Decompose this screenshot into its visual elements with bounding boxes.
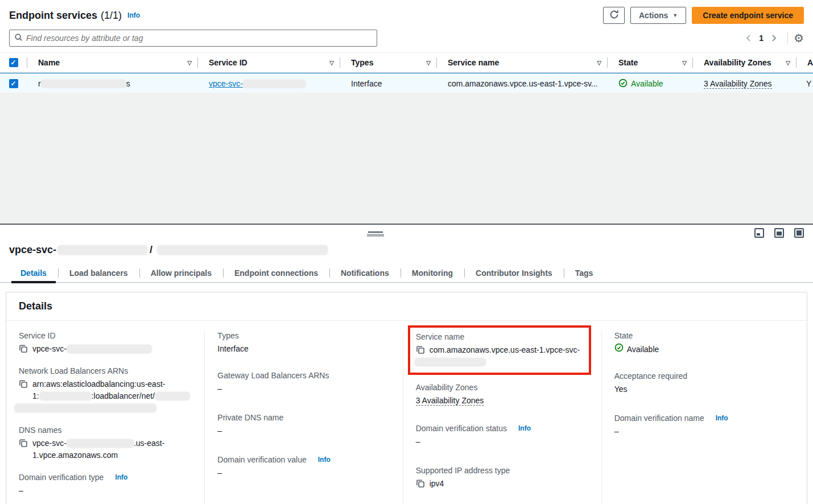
panel-size-controls	[754, 228, 804, 238]
redacted-service-id	[243, 80, 306, 88]
filter-icon[interactable]: ▽	[597, 60, 601, 66]
create-endpoint-service-button[interactable]: Create endpoint service	[692, 7, 804, 24]
copy-icon[interactable]	[19, 379, 28, 390]
domain-verification-status-info-link[interactable]: Info	[518, 424, 531, 432]
filter-icon[interactable]: ▽	[426, 60, 431, 66]
column-header-state[interactable]: State ▽	[607, 53, 692, 72]
column-header-name[interactable]: Name ▽	[27, 53, 197, 72]
copy-icon[interactable]	[19, 344, 28, 355]
nlb-arns-value: arn:aws:elasticloadbalancing:us-east- 1:…	[32, 378, 190, 414]
column-header-types[interactable]: Types ▽	[340, 53, 436, 72]
state-value: Available	[627, 344, 659, 356]
tab-allow-principals[interactable]: Allow principals	[139, 264, 223, 282]
acceptance-required-value: Yes	[614, 383, 797, 395]
status-available-icon	[618, 79, 628, 89]
next-page-button[interactable]	[766, 34, 782, 42]
filter-icon[interactable]: ▽	[786, 60, 790, 66]
refresh-icon	[609, 10, 619, 21]
glb-arns-label: Gateway Load Balancers ARNs	[217, 371, 392, 380]
acceptance-required-label: Acceptance required	[614, 371, 797, 381]
domain-verification-name-label: Domain verification name	[614, 414, 704, 423]
cell-state: Available	[607, 79, 692, 89]
page-header: Endpoint services (1/1) Info Actions ▼ C…	[0, 0, 813, 27]
details-card: Details Service ID vpce-svc- N	[6, 292, 807, 504]
row-checkbox[interactable]: ✓	[9, 79, 18, 88]
resource-count: (1/1)	[101, 10, 122, 22]
tab-tags[interactable]: Tags	[564, 264, 605, 282]
cell-name: r s	[27, 79, 197, 88]
select-all-checkbox[interactable]: ✓	[9, 58, 18, 67]
domain-verification-status-label: Domain verification status	[416, 424, 507, 433]
column-header-service-name[interactable]: Service name ▽	[436, 53, 607, 72]
domain-verification-value-label: Domain verification value	[217, 455, 306, 464]
supported-ip-label: Supported IP address type	[416, 466, 591, 475]
detail-split-panel: vpce-svc- / Details Load balancers Allow…	[0, 225, 813, 504]
status-available-icon	[614, 343, 624, 356]
tab-contributor-insights[interactable]: Contributor Insights	[464, 264, 564, 282]
search-row: 1 ⚙	[0, 27, 813, 52]
redacted-service-id	[67, 345, 152, 353]
domain-verification-name-info-link[interactable]: Info	[716, 414, 728, 422]
search-icon	[14, 33, 23, 43]
column-header-acceptance-cut[interactable]: A	[796, 53, 813, 72]
details-column-3: Service name com.amazonaws.vpce.us-east-…	[403, 331, 601, 504]
details-column-4: State Available Acceptance required Yes …	[601, 331, 807, 504]
filter-icon[interactable]: ▽	[329, 60, 334, 66]
table-header: ✓ Name ▽ Service ID ▽ Types ▽ Service na…	[0, 52, 813, 73]
private-dns-name-value: –	[217, 425, 392, 437]
header-info-link[interactable]: Info	[127, 11, 140, 19]
availability-zones-link[interactable]: 3 Availability Zones	[704, 79, 772, 89]
refresh-button[interactable]	[603, 7, 625, 24]
preferences-gear-icon[interactable]: ⚙	[794, 32, 804, 44]
details-column-1: Service ID vpce-svc- Network Load Balanc…	[6, 331, 204, 504]
filter-icon[interactable]: ▽	[187, 60, 192, 66]
split-panel-drag-handle[interactable]	[367, 232, 384, 237]
actions-label: Actions	[639, 11, 668, 20]
tab-details[interactable]: Details	[9, 264, 58, 282]
state-label: State	[614, 331, 797, 340]
panel-size-large-icon[interactable]	[794, 228, 804, 238]
column-header-availability-zones[interactable]: Availability Zones ▽	[692, 53, 796, 72]
availability-zones-label: Availability Zones	[416, 383, 591, 392]
tab-endpoint-connections[interactable]: Endpoint connections	[223, 264, 329, 282]
service-name-value: com.amazonaws.vpce.us-east-1.vpce-svc-	[430, 344, 580, 368]
service-id-link[interactable]: vpce-svc-	[209, 79, 306, 88]
search-box[interactable]	[9, 30, 377, 47]
domain-verification-type-value: –	[19, 485, 194, 497]
panel-size-medium-icon[interactable]	[774, 228, 784, 238]
types-label: Types	[217, 331, 392, 340]
tab-notifications[interactable]: Notifications	[329, 264, 401, 282]
availability-zones-link[interactable]: 3 Availability Zones	[416, 396, 484, 406]
copy-icon[interactable]	[19, 439, 28, 449]
domain-verification-value-value: –	[217, 467, 392, 479]
previous-page-button[interactable]	[741, 34, 757, 42]
current-page[interactable]: 1	[759, 34, 764, 43]
domain-verification-type-info-link[interactable]: Info	[115, 473, 127, 481]
panel-size-small-icon[interactable]	[754, 228, 764, 238]
service-id-label: Service ID	[19, 331, 194, 340]
empty-background	[0, 93, 813, 224]
glb-arns-value: –	[217, 383, 392, 395]
create-label: Create endpoint service	[703, 11, 793, 20]
redacted-arn-line	[14, 404, 156, 412]
filter-icon[interactable]: ▽	[682, 60, 687, 66]
dns-names-value: vpce-svc-.us-east- 1.vpce.amazonaws.com	[32, 437, 164, 461]
column-header-service-id[interactable]: Service ID ▽	[197, 53, 340, 72]
domain-verification-status-value: –	[416, 436, 591, 448]
cell-acceptance-cut: Y	[796, 79, 813, 88]
service-id-value: vpce-svc-	[32, 343, 152, 355]
table-row[interactable]: ✓ r s vpce-svc- Interface com.amazonaws.…	[0, 73, 813, 94]
nlb-arns-label: Network Load Balancers ARNs	[19, 366, 194, 375]
cell-service-name: com.amazonaws.vpce.us-east-1.vpce-sv...	[436, 79, 607, 88]
details-card-heading: Details	[6, 292, 807, 321]
copy-icon[interactable]	[416, 479, 425, 490]
redacted-service-name	[415, 358, 486, 366]
tab-load-balancers[interactable]: Load balancers	[58, 264, 139, 282]
copy-icon[interactable]	[416, 345, 425, 356]
cell-types: Interface	[340, 79, 436, 88]
actions-button[interactable]: Actions ▼	[630, 7, 686, 24]
search-input[interactable]	[26, 34, 372, 43]
domain-verification-value-info-link[interactable]: Info	[318, 456, 331, 464]
tab-monitoring[interactable]: Monitoring	[401, 264, 464, 282]
details-column-2: Types Interface Gateway Load Balancers A…	[204, 331, 402, 504]
